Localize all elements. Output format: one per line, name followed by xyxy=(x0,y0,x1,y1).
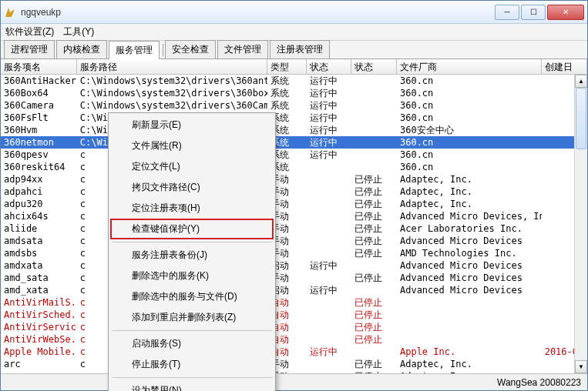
vertical-scrollbar[interactable]: ▲ ▼ xyxy=(574,75,587,373)
context-menu[interactable]: 刷新显示(E)文件属性(R)定位文件(L)拷贝文件路径(C)定位注册表项(H)检… xyxy=(108,112,276,391)
service-list[interactable]: 360AntiHackerC:\Windows\system32\drivers… xyxy=(1,75,587,373)
menu-item[interactable]: 设为禁用(N) xyxy=(110,380,274,391)
table-row[interactable]: adp94xxc手动已停止Adaptec, Inc. xyxy=(1,173,587,185)
tab-separator xyxy=(163,44,163,56)
tab-kernel[interactable]: 内核检查 xyxy=(56,40,107,58)
minimize-button[interactable]: ─ xyxy=(495,5,519,20)
tab-process[interactable]: 进程管理 xyxy=(4,40,55,58)
scroll-down-button[interactable]: ▼ xyxy=(575,360,587,373)
scroll-thumb[interactable] xyxy=(576,88,586,149)
menu-settings[interactable]: 软件设置(Z) xyxy=(5,25,54,38)
table-row[interactable]: amdxatac启动运行中Advanced Micro Devices xyxy=(1,259,587,272)
menu-item[interactable]: 服务注册表备份(J) xyxy=(110,245,274,266)
app-icon xyxy=(4,6,16,18)
scroll-up-button[interactable]: ▲ xyxy=(575,75,587,88)
table-row[interactable]: 360FsFltC:\Windows\system32\drivers\360f… xyxy=(1,112,587,124)
table-row[interactable]: 360qpesvc系统运行中360.cn xyxy=(1,149,587,161)
menu-item[interactable]: 启动服务(S) xyxy=(110,333,274,354)
table-row[interactable]: 360AntiHackerC:\Windows\system32\drivers… xyxy=(1,75,587,87)
menu-tools[interactable]: 工具(Y) xyxy=(63,25,94,38)
table-row[interactable]: amdsatac手动已停止Advanced Micro Devices xyxy=(1,235,587,247)
tab-files[interactable]: 文件管理 xyxy=(217,40,268,58)
menubar: 软件设置(Z) 工具(Y) xyxy=(1,24,587,41)
table-row[interactable]: 360HvmC:\Windows\system32\drivers\360hvm… xyxy=(1,124,587,136)
col-state[interactable]: 状态 xyxy=(307,59,351,74)
table-row[interactable]: amdsbsc手动已停止AMD Technologies Inc. xyxy=(1,247,587,259)
col-vendor[interactable]: 文件厂商 xyxy=(397,59,542,74)
col-service-path[interactable]: 服务路径 xyxy=(77,59,267,74)
menu-separator xyxy=(112,330,272,331)
content-area: 服务项名 服务路径 类型 状态 状态 文件厂商 创建日 360AntiHacke… xyxy=(1,59,587,373)
col-created[interactable]: 创建日 xyxy=(542,59,587,74)
window-title: ngqveukp xyxy=(21,7,495,18)
col-status[interactable]: 状态 xyxy=(351,59,397,74)
menu-item[interactable]: 添加到重启并删除列表(Z) xyxy=(110,307,274,328)
close-button[interactable]: ✕ xyxy=(547,5,584,20)
menu-separator xyxy=(112,377,272,378)
menu-item[interactable]: 定位文件(L) xyxy=(110,156,274,177)
table-row[interactable]: 360reskit64c系统360.cn xyxy=(1,161,587,173)
tabbar: 进程管理 内核检查 服务管理 安全检查 文件管理 注册表管理 xyxy=(1,41,587,59)
tab-registry[interactable]: 注册表管理 xyxy=(270,40,330,58)
app-window: ngqveukp ─ ☐ ✕ 软件设置(Z) 工具(Y) 进程管理 内核检查 服… xyxy=(0,0,588,391)
tab-services[interactable]: 服务管理 xyxy=(109,41,160,59)
status-text: WangSea 20080223 xyxy=(497,377,581,388)
menu-item[interactable]: 删除选中的服务(K) xyxy=(110,266,274,286)
table-row[interactable]: 360Box64C:\Windows\system32\drivers\360b… xyxy=(1,87,587,99)
maximize-button[interactable]: ☐ xyxy=(521,5,546,20)
menu-item[interactable]: 检查键值保护(Y) xyxy=(110,219,274,239)
menu-item[interactable]: 删除选中的服务与文件(D) xyxy=(110,286,274,307)
col-type[interactable]: 类型 xyxy=(267,59,307,74)
table-row[interactable]: Apple Mobile...c自动运行中Apple Inc.2016-03 xyxy=(1,346,587,358)
menu-item[interactable]: 停止服务(T) xyxy=(110,354,274,375)
table-row[interactable]: 360netmonC:\Windows\system32\drivers\360… xyxy=(1,136,587,149)
table-row[interactable]: adpahcic手动已停止Adaptec, Inc. xyxy=(1,185,587,198)
table-row[interactable]: AntiVirServicec自动已停止 xyxy=(1,321,587,333)
menu-item[interactable]: 拷贝文件路径(C) xyxy=(110,177,274,198)
col-service-name[interactable]: 服务项名 xyxy=(1,59,77,74)
column-headers: 服务项名 服务路径 类型 状态 状态 文件厂商 创建日 xyxy=(1,59,587,75)
menu-item[interactable]: 刷新显示(E) xyxy=(110,115,274,135)
table-row[interactable]: AntiVirSched...c自动已停止 xyxy=(1,309,587,321)
table-row[interactable]: arcc手动已停止Adaptec, Inc. xyxy=(1,358,587,370)
table-row[interactable]: AntiVirWebSe...c自动已停止 xyxy=(1,333,587,346)
statusbar: WangSea 20080223 xyxy=(1,373,587,390)
tab-security[interactable]: 安全检查 xyxy=(165,40,216,58)
table-row[interactable]: ahcix64sc手动已停止Advanced Micro Devices, In… xyxy=(1,210,587,222)
window-buttons: ─ ☐ ✕ xyxy=(495,5,584,20)
table-row[interactable]: AntiVirMailS...c自动已停止 xyxy=(1,296,587,309)
table-row[interactable]: arcsasc手动已停止Adaptec, Inc. xyxy=(1,370,587,373)
menu-separator xyxy=(112,242,272,242)
table-row[interactable]: adpu320c手动已停止Adaptec, Inc. xyxy=(1,198,587,210)
table-row[interactable]: amd_satac手动已停止Advanced Micro Devices xyxy=(1,272,587,284)
table-row[interactable]: amd_xatac启动运行中Advanced Micro Devices xyxy=(1,284,587,296)
menu-item[interactable]: 定位注册表项(H) xyxy=(110,198,274,219)
table-row[interactable]: 360CameraC:\Windows\system32\drivers\360… xyxy=(1,99,587,112)
titlebar: ngqveukp ─ ☐ ✕ xyxy=(1,1,587,24)
table-row[interactable]: aliidec手动已停止Acer Laboratories Inc. xyxy=(1,222,587,235)
menu-item[interactable]: 文件属性(R) xyxy=(110,135,274,156)
